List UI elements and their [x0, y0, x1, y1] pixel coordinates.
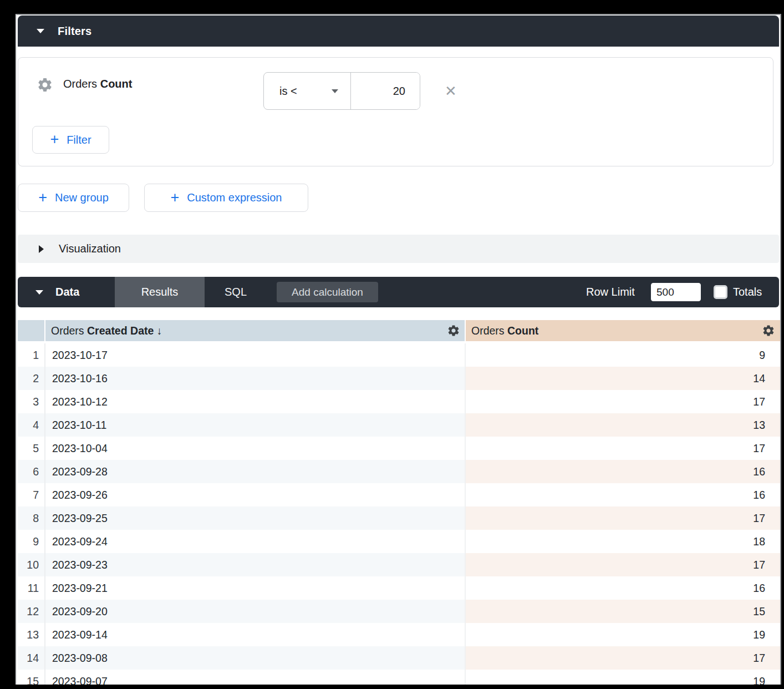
tab-sql[interactable]: SQL	[205, 277, 267, 307]
table-row: 12023-10-179	[17, 343, 780, 367]
table-row: 112023-09-2116	[17, 576, 780, 600]
row-number-cell: 6	[18, 460, 44, 483]
row-limit-label: Row Limit	[586, 277, 635, 307]
table-row: 102023-09-2317	[17, 553, 780, 576]
created-date-cell[interactable]: 2023-09-08	[44, 646, 465, 670]
table-row: 132023-09-1419	[17, 623, 780, 646]
totals-checkbox[interactable]	[714, 285, 727, 299]
row-number-cell: 13	[18, 623, 44, 646]
add-calculation-button[interactable]: Add calculation	[277, 282, 378, 302]
created-date-cell[interactable]: 2023-09-28	[44, 460, 465, 483]
filter-card: Orders Count is < ✕ + Filter	[18, 57, 773, 166]
row-number-cell: 7	[18, 483, 44, 506]
row-number-cell: 5	[18, 437, 44, 460]
data-section-title: Data	[55, 286, 79, 298]
orders-count-cell[interactable]: 14	[465, 367, 780, 390]
created-date-cell[interactable]: 2023-09-26	[44, 483, 465, 506]
table-row: 72023-09-2616	[17, 483, 780, 506]
created-date-cell[interactable]: 2023-10-12	[44, 390, 465, 413]
row-number-cell: 1	[18, 343, 44, 367]
dropdown-caret-icon	[332, 89, 338, 93]
remove-filter-button[interactable]: ✕	[442, 82, 460, 100]
row-number-cell: 2	[18, 367, 44, 390]
orders-count-cell[interactable]: 19	[465, 623, 780, 646]
tab-results[interactable]: Results	[115, 277, 205, 307]
table-row: 32023-10-1217	[17, 390, 780, 413]
collapse-data-icon[interactable]	[35, 290, 43, 295]
visualization-section-header[interactable]: Visualization	[18, 235, 779, 263]
created-date-cell[interactable]: 2023-09-14	[44, 623, 465, 646]
table-row: 62023-09-2816	[17, 460, 780, 483]
plus-icon: +	[38, 192, 47, 203]
orders-count-cell[interactable]: 13	[465, 413, 780, 437]
table-row: 152023-09-0719	[17, 670, 780, 685]
created-date-cell[interactable]: 2023-09-24	[44, 530, 465, 553]
new-group-label: New group	[55, 191, 109, 204]
orders-count-cell[interactable]: 17	[465, 646, 780, 670]
results-table-header: Orders Created Date ↓ Orders Count	[17, 320, 780, 341]
table-row: 52023-10-0417	[17, 437, 780, 460]
orders-count-cell[interactable]: 19	[465, 670, 780, 685]
created-date-cell[interactable]: 2023-10-17	[44, 343, 465, 367]
filter-value-input[interactable]	[351, 73, 420, 109]
created-date-cell[interactable]: 2023-09-07	[44, 670, 465, 685]
add-filter-label: Filter	[67, 134, 91, 146]
row-number-cell: 11	[18, 576, 44, 600]
collapse-filters-icon[interactable]	[37, 29, 44, 33]
orders-count-cell[interactable]: 16	[465, 460, 780, 483]
new-group-button[interactable]: + New group	[18, 184, 129, 212]
plus-icon: +	[50, 134, 59, 145]
explore-panel: Filters Orders Count is < ✕ + Filter + N…	[16, 14, 781, 685]
created-date-cell[interactable]: 2023-09-23	[44, 553, 465, 576]
table-row: 22023-10-1614	[17, 367, 780, 390]
created-date-cell[interactable]: 2023-09-21	[44, 576, 465, 600]
table-row: 122023-09-2015	[17, 600, 780, 623]
orders-count-cell[interactable]: 17	[465, 437, 780, 460]
filter-operator-value: is <	[279, 85, 297, 98]
orders-count-cell[interactable]: 16	[465, 483, 780, 506]
results-table-body: 12023-10-17922023-10-161432023-10-121742…	[17, 343, 780, 685]
totals-label: Totals	[733, 277, 762, 307]
orders-count-cell[interactable]: 15	[465, 600, 780, 623]
expand-visualization-icon[interactable]	[39, 245, 44, 253]
table-row: 82023-09-2517	[17, 506, 780, 530]
created-date-gear-icon[interactable]	[447, 324, 460, 337]
filter-operator-dropdown[interactable]: is <	[264, 73, 351, 109]
orders-count-gear-icon[interactable]	[762, 324, 775, 337]
row-number-cell: 9	[18, 530, 44, 553]
filter-condition-group: is <	[263, 72, 420, 110]
orders-count-cell[interactable]: 17	[465, 390, 780, 413]
row-number-cell: 12	[18, 600, 44, 623]
created-date-cell[interactable]: 2023-10-04	[44, 437, 465, 460]
created-date-cell[interactable]: 2023-09-25	[44, 506, 465, 530]
column-header-orders-count[interactable]: Orders Count	[466, 320, 780, 341]
row-limit-input[interactable]	[651, 283, 701, 301]
orders-count-header-label: Orders Count	[471, 325, 538, 337]
row-number-header	[18, 320, 44, 341]
created-date-cell[interactable]: 2023-09-20	[44, 600, 465, 623]
filter-gear-icon[interactable]	[37, 77, 53, 93]
custom-expression-button[interactable]: + Custom expression	[144, 184, 308, 212]
custom-expression-label: Custom expression	[187, 191, 282, 204]
table-row: 142023-09-0817	[17, 646, 780, 670]
add-filter-button[interactable]: + Filter	[32, 126, 109, 154]
row-number-cell: 14	[18, 646, 44, 670]
data-section-header: Data Results SQL Add calculation Row Lim…	[18, 277, 779, 307]
row-number-cell: 8	[18, 506, 44, 530]
orders-count-cell[interactable]: 17	[465, 506, 780, 530]
filters-section-title: Filters	[58, 25, 91, 38]
row-number-cell: 4	[18, 413, 44, 437]
created-date-cell[interactable]: 2023-10-11	[44, 413, 465, 437]
orders-count-cell[interactable]: 16	[465, 576, 780, 600]
filter-field-label: Orders Count	[63, 78, 132, 90]
row-number-cell: 10	[18, 553, 44, 576]
plus-icon: +	[171, 192, 180, 203]
orders-count-cell[interactable]: 18	[465, 530, 780, 553]
data-section-toggle[interactable]: Data	[35, 277, 79, 307]
column-header-created-date[interactable]: Orders Created Date ↓	[45, 320, 465, 341]
table-row: 92023-09-2418	[17, 530, 780, 553]
filters-section-header[interactable]: Filters	[18, 16, 779, 47]
orders-count-cell[interactable]: 9	[465, 343, 780, 367]
created-date-cell[interactable]: 2023-10-16	[44, 367, 465, 390]
orders-count-cell[interactable]: 17	[465, 553, 780, 576]
